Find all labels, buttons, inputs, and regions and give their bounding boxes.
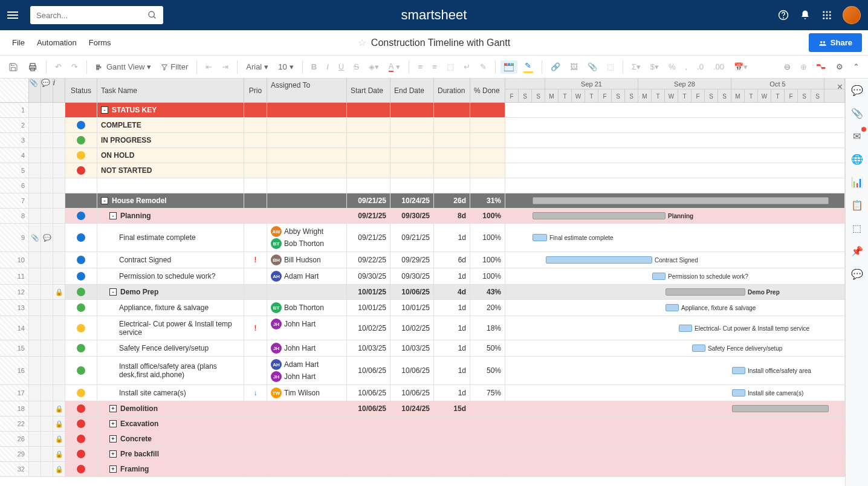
filter-button[interactable]: Filter (157, 60, 192, 74)
gantt-cell[interactable]: Install site camera(s) (505, 385, 845, 401)
gantt-bar[interactable] (652, 273, 666, 280)
row-attach[interactable] (29, 148, 41, 163)
gantt-cell[interactable] (505, 401, 845, 416)
end-date[interactable] (390, 133, 434, 147)
gantt-cell[interactable] (505, 193, 845, 208)
row-number[interactable]: 18 (0, 401, 29, 416)
start-date[interactable]: 10/01/25 (347, 285, 390, 299)
start-date[interactable] (347, 416, 390, 431)
duration[interactable] (434, 118, 470, 132)
start-date[interactable] (347, 133, 390, 147)
percent-done[interactable]: 50% (470, 357, 505, 384)
apps-icon[interactable] (821, 9, 833, 21)
duration[interactable]: 1d (434, 268, 470, 284)
row-comment[interactable] (41, 103, 53, 117)
gantt-cell[interactable] (505, 148, 845, 163)
collapse-toggle[interactable]: - (109, 212, 117, 219)
start-date[interactable] (347, 432, 390, 446)
wrap-icon[interactable]: ↵ (460, 60, 474, 74)
end-date[interactable] (390, 148, 434, 163)
gantt-cell[interactable]: Contract Signed (505, 252, 845, 268)
percent-done[interactable]: 20% (470, 300, 505, 316)
link-icon[interactable]: 🔗 (547, 60, 564, 74)
collapse-toolbar-icon[interactable]: ⌃ (849, 60, 863, 74)
end-date[interactable]: 09/21/25 (390, 224, 434, 251)
duration[interactable] (434, 178, 470, 193)
row-attach[interactable] (29, 462, 41, 476)
date-icon[interactable]: 📅▾ (730, 60, 751, 74)
row-comment[interactable] (41, 209, 53, 223)
duration[interactable]: 26d (434, 193, 470, 208)
row-comment[interactable] (41, 462, 53, 476)
undo-icon[interactable]: ↶ (51, 60, 65, 74)
row-number[interactable]: 26 (0, 432, 29, 446)
currency-icon[interactable]: $▾ (647, 60, 662, 74)
search-input[interactable] (36, 11, 147, 20)
assignee-chip[interactable]: TWTim Wilson (271, 387, 320, 398)
gantt-bar[interactable] (732, 367, 745, 374)
gantt-bar[interactable] (666, 288, 745, 296)
grid-row[interactable]: 3IN PROGRESS (0, 133, 845, 148)
row-comment[interactable] (41, 447, 53, 461)
assignee-chip[interactable]: AHAdam Hart (271, 359, 319, 370)
assignee-chip[interactable]: JHJohn Hart (271, 343, 316, 354)
grid-row[interactable]: 29🔒+Pre backfill (0, 447, 845, 462)
gantt-cell[interactable]: Demo Prep (505, 285, 845, 299)
percent-done[interactable]: 100% (470, 252, 505, 268)
assignee-chip[interactable]: BTBob Thorton (271, 238, 324, 249)
format-icon[interactable]: ✎ (476, 60, 490, 74)
grid-row[interactable]: 22🔒+Excavation (0, 416, 845, 432)
percent-done[interactable]: 18% (470, 316, 505, 340)
row-number[interactable]: 29 (0, 447, 29, 461)
row-number[interactable]: 8 (0, 209, 29, 223)
col-assigned[interactable]: Assigned To (267, 79, 347, 102)
gantt-bar[interactable] (732, 405, 829, 412)
row-attach[interactable] (29, 209, 41, 223)
grid-row[interactable]: 12🔒-Demo Prep10/01/2510/06/254d43%Demo P… (0, 285, 845, 300)
workapps-icon[interactable]: 📌 (850, 244, 864, 258)
collapse-toggle[interactable]: + (109, 450, 117, 458)
bold-icon[interactable]: B (308, 60, 320, 74)
row-comment[interactable] (41, 416, 53, 431)
proofs-panel-icon[interactable]: ✉ (850, 129, 864, 143)
text-color-icon[interactable]: A▾ (385, 59, 404, 74)
critical-path-icon[interactable] (813, 60, 830, 74)
row-attach[interactable] (29, 432, 41, 446)
gantt-cell[interactable] (505, 462, 845, 476)
end-date[interactable] (390, 416, 434, 431)
start-date[interactable] (347, 447, 390, 461)
indent-icon[interactable]: ⇥ (218, 60, 232, 74)
align-top-icon[interactable]: ⬚ (443, 60, 458, 74)
gantt-cell[interactable]: Install office/safety area (505, 357, 845, 384)
col-prio[interactable]: Prio (244, 79, 267, 102)
start-date[interactable]: 10/06/25 (347, 385, 390, 401)
view-switcher[interactable]: Gantt View ▾ (92, 60, 155, 74)
grid-row[interactable]: 32🔒+Framing (0, 462, 845, 477)
underline-icon[interactable]: U (335, 60, 348, 74)
row-attach[interactable] (29, 103, 41, 117)
row-number[interactable]: 1 (0, 103, 29, 117)
search-box[interactable] (30, 6, 163, 24)
grid-row[interactable]: 4ON HOLD (0, 148, 845, 163)
percent-done[interactable] (470, 163, 505, 178)
menu-file[interactable]: File (6, 34, 31, 51)
collapse-toggle[interactable]: + (109, 435, 117, 442)
percent-icon[interactable]: % (665, 60, 679, 74)
row-attach[interactable] (29, 285, 41, 299)
row-attach[interactable]: 📎 (29, 224, 41, 251)
gantt-cell[interactable]: Appliance, fixture & salvage (505, 300, 845, 316)
grid-row[interactable]: 8-Planning09/21/2509/30/258d100%Planning (0, 209, 845, 224)
end-date[interactable] (390, 103, 434, 117)
grid-row[interactable]: 10Contract Signed!BHBill Hudson09/22/250… (0, 252, 845, 268)
percent-done[interactable] (470, 148, 505, 163)
percent-done[interactable]: 50% (470, 340, 505, 356)
font-select[interactable]: Arial ▾ (242, 60, 272, 74)
gantt-bar[interactable] (679, 325, 692, 332)
row-attach[interactable] (29, 252, 41, 268)
end-date[interactable] (390, 447, 434, 461)
gantt-cell[interactable] (505, 432, 845, 446)
assignee-chip[interactable]: AWAbby Wright (271, 226, 323, 237)
highlight-icon[interactable]: ✎ (520, 59, 537, 76)
help-icon[interactable] (777, 9, 789, 21)
gantt-cell[interactable] (505, 447, 845, 461)
